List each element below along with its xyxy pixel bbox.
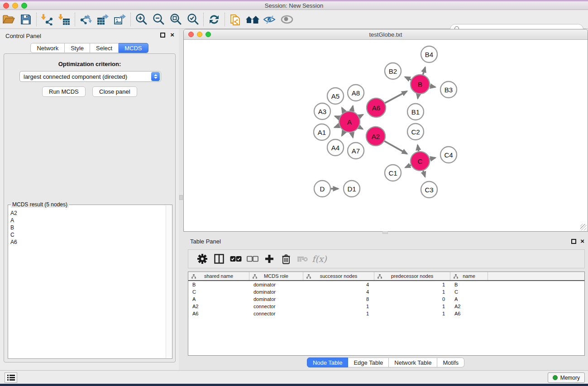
cell[interactable]: C xyxy=(188,289,249,295)
table-row[interactable]: Cdominator41C xyxy=(188,288,584,295)
cell[interactable]: connector xyxy=(249,311,303,316)
show-columns-button[interactable] xyxy=(210,251,227,267)
function-builder-button[interactable]: f(x) xyxy=(311,251,328,267)
resize-grip[interactable] xyxy=(580,224,587,230)
criterion-dropdown[interactable]: largest connected component (directed) xyxy=(19,71,161,82)
edge-A-A7[interactable] xyxy=(352,132,353,137)
table-row[interactable]: Adominator80A xyxy=(188,295,584,303)
edge-A-A6[interactable] xyxy=(359,114,363,116)
import-network-button[interactable] xyxy=(38,12,56,27)
tab-select[interactable]: Select xyxy=(90,43,119,53)
cell[interactable]: 1 xyxy=(374,311,450,316)
table-row[interactable]: Bdominator41B xyxy=(188,281,584,288)
zoom-out-button[interactable] xyxy=(150,12,167,27)
cell[interactable]: C xyxy=(450,289,488,295)
show-all-button[interactable] xyxy=(244,12,261,27)
table-row[interactable]: A6connector11A6 xyxy=(188,310,584,317)
deselect-all-button[interactable] xyxy=(244,251,261,267)
edge-C-C1[interactable] xyxy=(406,165,411,167)
cell[interactable]: A6 xyxy=(450,311,488,316)
edge-C-C2[interactable] xyxy=(418,145,419,152)
select-all-button[interactable] xyxy=(227,251,244,267)
cell[interactable]: dominator xyxy=(249,289,303,295)
cell[interactable]: 1 xyxy=(374,304,450,309)
table-row[interactable]: A2connector11A2 xyxy=(188,303,584,310)
delete-column-button[interactable] xyxy=(277,251,294,267)
result-item[interactable]: C xyxy=(9,231,166,238)
cell[interactable]: A xyxy=(188,296,249,302)
tab-network[interactable]: Network xyxy=(30,43,65,53)
close-table-panel-icon[interactable]: × xyxy=(580,237,584,245)
tab-node-table[interactable]: Node Table xyxy=(307,357,349,367)
edge-B-B2[interactable] xyxy=(405,77,411,80)
vertical-splitter-handle[interactable] xyxy=(179,195,183,200)
refresh-button[interactable] xyxy=(206,12,223,27)
float-panel-icon[interactable] xyxy=(160,33,165,38)
edge-A-A4[interactable] xyxy=(342,131,344,136)
column-header-shared-name[interactable]: shared name xyxy=(188,272,249,280)
edge-A-A8[interactable] xyxy=(352,106,353,111)
cell[interactable]: 4 xyxy=(303,289,374,295)
mcds-result-list[interactable]: A2ABCA6 xyxy=(9,210,166,358)
cell[interactable]: dominator xyxy=(249,282,303,287)
column-header-MCDS-role[interactable]: MCDS role xyxy=(249,272,303,280)
edge-C-C3[interactable] xyxy=(423,171,425,176)
edge-A-A2[interactable] xyxy=(359,127,363,129)
result-scrollbar[interactable] xyxy=(166,205,172,358)
cell[interactable]: dominator xyxy=(249,296,303,302)
cell[interactable]: A2 xyxy=(450,304,488,309)
cell[interactable]: 8 xyxy=(303,296,374,302)
import-table-button[interactable] xyxy=(56,12,73,27)
node-table[interactable]: shared nameMCDS rolesuccessor nodesprede… xyxy=(188,272,585,356)
cell[interactable]: 0 xyxy=(374,296,450,302)
tab-style[interactable]: Style xyxy=(65,43,90,53)
float-table-panel-icon[interactable] xyxy=(571,239,576,244)
add-column-button[interactable] xyxy=(261,251,277,267)
table-settings-button[interactable] xyxy=(194,251,210,267)
zoom-in-button[interactable] xyxy=(133,12,150,27)
cell[interactable]: B xyxy=(188,282,249,287)
result-item[interactable]: B xyxy=(9,224,166,231)
tab-network-table[interactable]: Network Table xyxy=(389,357,437,367)
edge-C-C4[interactable] xyxy=(430,158,435,159)
hide-selected-button[interactable] xyxy=(261,12,278,27)
result-item[interactable]: A6 xyxy=(9,238,166,246)
edge-A-A1[interactable] xyxy=(335,125,339,127)
close-panel-icon[interactable]: × xyxy=(170,31,174,38)
cell[interactable]: connector xyxy=(249,304,303,309)
clone-network-button[interactable] xyxy=(227,12,244,27)
cell[interactable]: 4 xyxy=(303,282,374,287)
tab-mcds[interactable]: MCDS xyxy=(119,43,148,53)
edge-A-A5[interactable] xyxy=(342,108,344,112)
task-history-button[interactable] xyxy=(5,372,17,383)
cell[interactable]: 1 xyxy=(303,304,374,309)
edge-B-B3[interactable] xyxy=(430,86,435,87)
zoom-fit-button[interactable] xyxy=(167,12,184,27)
result-item[interactable]: A xyxy=(9,217,166,224)
edge-A2-C[interactable] xyxy=(384,141,407,154)
column-header-name[interactable]: name xyxy=(450,272,488,280)
close-panel-button[interactable]: Close panel xyxy=(92,86,137,97)
edge-B-B1[interactable] xyxy=(418,94,419,99)
result-item[interactable]: A2 xyxy=(9,210,166,217)
edge-A6-B[interactable] xyxy=(385,91,407,103)
cell[interactable]: A xyxy=(450,296,488,302)
zoom-selected-button[interactable] xyxy=(184,12,201,27)
memory-button[interactable]: Memory xyxy=(548,372,585,383)
column-header-successor-nodes[interactable]: successor nodes xyxy=(303,272,374,280)
cell[interactable]: 1 xyxy=(303,311,374,316)
cell[interactable]: A2 xyxy=(188,304,249,309)
cell[interactable]: 1 xyxy=(374,289,450,295)
tab-edge-table[interactable]: Edge Table xyxy=(348,357,389,367)
edge-B-B4[interactable] xyxy=(423,67,425,75)
delete-table-button[interactable] xyxy=(294,251,311,267)
cell[interactable]: B xyxy=(450,282,488,287)
network-window-titlebar[interactable]: testGlobe.txt xyxy=(184,29,588,40)
show-eye-button[interactable] xyxy=(278,12,296,27)
open-session-button[interactable] xyxy=(0,12,17,27)
export-image-button[interactable] xyxy=(111,12,129,27)
cell[interactable]: 1 xyxy=(374,282,450,287)
export-network-button[interactable] xyxy=(77,12,94,27)
column-header-predecessor-nodes[interactable]: predecessor nodes xyxy=(374,272,450,280)
save-session-button[interactable] xyxy=(17,12,34,27)
